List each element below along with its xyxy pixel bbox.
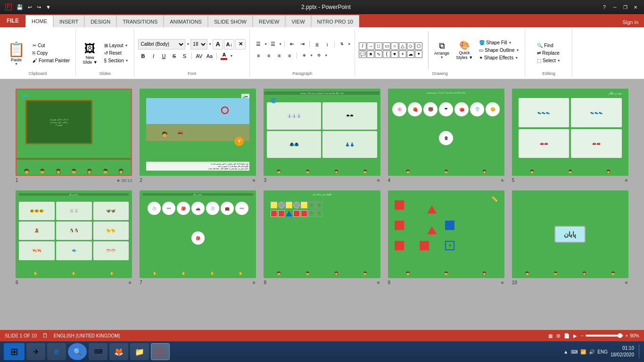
text-direction-button[interactable]: ⇅ [337,40,347,49]
slide-item-7[interactable]: بشمار و بگو 🧦 👓 🎒 🚗 🧦 💼 👓 🎒 ✋✋✋✋ [140,190,256,285]
shape-line[interactable]: / [359,42,366,50]
slide-item-6[interactable]: بشمار و بگو 🐠🐠🐠 🐰🐰 🦋🦋 🧸 🐧🐧 🐤🐤 🦐🦐 🐟 🐡🐡 [16,190,132,285]
shape-pentagon[interactable]: ⬠ [415,42,422,50]
new-slide-button[interactable]: 🖼 New Slide ▼ [80,41,100,66]
tab-insert[interactable]: INSERT [53,15,84,27]
layout-button[interactable]: ⊞ Layout ▼ [102,42,131,49]
decrease-indent-button[interactable]: ⇤ [287,40,297,49]
taskbar-ie[interactable]: e [47,343,66,360]
align-left-button[interactable]: ≡ [254,51,263,60]
increase-font-button[interactable]: A [213,39,223,49]
customize-button[interactable]: ▼ [44,3,52,11]
format-painter-button[interactable]: 🖌 Format Painter [31,57,72,64]
view-reading-button[interactable]: 📄 [564,333,570,338]
slide-thumb-10[interactable]: پایان 🧒👦👧👦 [512,190,628,278]
increase-indent-button[interactable]: ⇥ [297,40,307,49]
shape-rect[interactable]: □ [375,42,382,50]
align-right-button[interactable]: ≡ [274,51,284,60]
quick-styles-button[interactable]: 🎨 Quick Styles ▼ [454,39,475,61]
undo-button[interactable]: ↩ [26,3,33,11]
shape-cloud[interactable]: ☁ [407,50,414,58]
shape-fill-button[interactable]: 🪣 Shape Fill ▼ [477,39,521,46]
tray-arrow[interactable]: ▲ [563,349,568,354]
bold-button[interactable]: B [138,51,148,61]
slide-thumb-7[interactable]: بشمار و بگو 🧦 👓 🎒 🚗 🧦 💼 👓 🎒 ✋✋✋✋ [140,190,256,278]
paste-dropdown[interactable]: ▼ [15,62,18,66]
tab-view[interactable]: VIEW [285,15,311,27]
taskbar-powerpoint[interactable]: 🄿 [151,343,170,360]
slide-item-1[interactable]: به نام خدای مهربانریاضی اول دبستانفصل ۳ … [16,89,132,183]
zoom-in-button[interactable]: + [625,333,628,338]
close-button[interactable]: ✕ [631,2,640,12]
tab-animations[interactable]: ANIMATIONS [164,15,208,27]
shape-callout[interactable]: 💬 [359,50,366,58]
slide-thumb-5[interactable]: 👟👟👟 👟👟👟 🚗🚗 🚗🚗 چند و چگار [512,89,628,176]
sign-in-button[interactable]: Sign in [617,17,644,27]
taskbar-firefox[interactable]: 🦊 [109,343,128,360]
redo-button[interactable]: ↪ [35,3,42,11]
shape-heart[interactable]: ♥ [391,50,398,58]
restore-button[interactable]: ❐ [620,2,630,12]
section-button[interactable]: § Section ▼ [102,57,131,64]
tab-slideshow[interactable]: SLIDE SHOW [208,15,253,27]
shape-more[interactable]: ▼ [415,50,422,58]
clear-format-button[interactable]: ✕ [235,39,246,49]
shape-diamond[interactable]: ◇ [407,42,414,50]
taskbar-keyboard[interactable]: ⌨ [89,343,107,360]
slide-item-2[interactable]: متن 🚗 🧒 متن راهنما (۲ جا خالی متناسب با … [140,89,256,183]
taskbar-telegram[interactable]: ✈ [26,343,45,360]
start-button[interactable]: ⊞ [4,343,25,360]
slide-item-8[interactable]: الگوهای عبور را کامل کنید ? ? [264,190,380,285]
slide-item-4[interactable]: تعداد شکل ها هر دسته چند تا است؟ در مربع… [388,89,504,183]
font-family-select[interactable]: Calibri (Body) [138,39,185,49]
taskbar-folder[interactable]: 📁 [130,343,149,360]
shape-bracket[interactable]: { [383,50,390,58]
save-button[interactable]: 💾 [15,3,25,11]
copy-button[interactable]: ⎘ Copy [31,49,72,57]
slide-item-9[interactable]: ? ✏️ 🧒👦👧 9 ★ [388,190,504,285]
slide-thumb-4[interactable]: تعداد شکل ها هر دسته چند تا است؟ در مربع… [388,89,504,176]
font-color-button[interactable]: A [219,51,229,61]
zoom-slider[interactable] [586,335,623,337]
slide-thumb-3[interactable]: تعداد شکل های هر دسته را بشمارید و درون … [264,89,380,176]
font-color-arrow[interactable]: ▼ [230,54,233,58]
change-case-button[interactable]: Aa [205,51,214,61]
font-family-arrow[interactable]: ▼ [186,42,190,46]
char-spacing-button[interactable]: AV [194,51,204,61]
find-button[interactable]: 🔍 Find [535,42,562,49]
tab-file[interactable]: FILE [0,14,25,27]
show-desktop-button[interactable] [639,345,640,359]
slide-item-10[interactable]: پایان 🧒👦👧👦 10 ★ [512,190,628,285]
columns-button[interactable]: ⫼ [312,40,322,49]
replace-button[interactable]: ⇄ Replace [535,49,562,57]
line-spacing-button[interactable]: ↕ [322,40,332,49]
shadow-button[interactable]: S [180,51,189,61]
reset-button[interactable]: ↺ Reset [102,49,131,57]
bullets-button[interactable]: ☰ [254,40,263,49]
shape-outline-button[interactable]: ▭ Shape Outline ▼ [477,47,521,54]
view-sorter-button[interactable]: ⊞ [556,333,560,338]
slide-item-3[interactable]: تعداد شکل های هر دسته را بشمارید و درون … [264,89,380,183]
slide-thumb-2[interactable]: متن 🚗 🧒 متن راهنما (۲ جا خالی متناسب با … [140,89,256,176]
shape-effects-button[interactable]: ✦ Shape Effects ▼ [477,54,521,61]
tab-transitions[interactable]: TRANSITIONS [116,15,164,27]
help-button[interactable]: ? [600,2,609,12]
shape-plus[interactable]: + [399,50,406,58]
notes-icon[interactable]: 🗒 [42,332,48,339]
shape-oval[interactable]: ○ [391,42,398,50]
shape-star[interactable]: ★ [367,50,374,58]
paste-button[interactable]: 📋 Paste ▼ [4,40,29,67]
cut-button[interactable]: ✂ Cut [31,42,72,49]
tab-home[interactable]: HOME [25,15,53,27]
view-presentation-button[interactable]: ▶ [573,333,577,338]
view-normal-button[interactable]: ▦ [548,333,553,338]
align-center-button[interactable]: ≡ [264,51,273,60]
shape-triangle[interactable]: △ [399,42,406,50]
window-controls[interactable]: ? ─ ❐ ✕ [600,2,640,12]
numbering-button[interactable]: ☰ [268,40,278,49]
select-button[interactable]: ⬚ Select ▼ [535,57,562,64]
quick-access-toolbar[interactable]: 🄿 💾 ↩ ↪ ▼ [4,2,52,12]
underline-button[interactable]: U [159,51,168,61]
convert-smartart-button[interactable]: ⚙ [314,51,323,60]
slide-item-5[interactable]: 👟👟👟 👟👟👟 🚗🚗 🚗🚗 چند و چگار [512,89,628,183]
